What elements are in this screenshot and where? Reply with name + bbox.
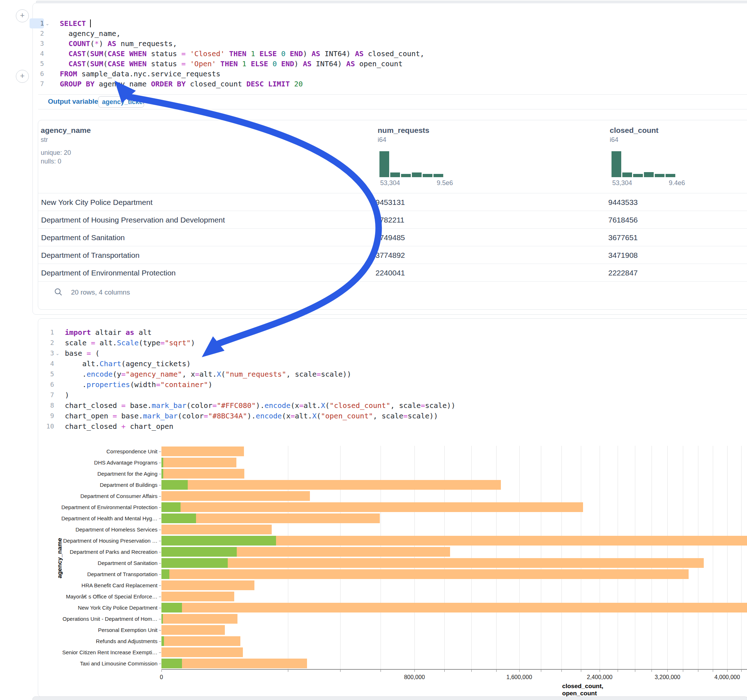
- page: { "accents":{"arrow_blue":"#2a5ae4","his…: [0, 0, 747, 700]
- annotation-arrow: [0, 0, 747, 700]
- next-cell-edge: [32, 696, 747, 700]
